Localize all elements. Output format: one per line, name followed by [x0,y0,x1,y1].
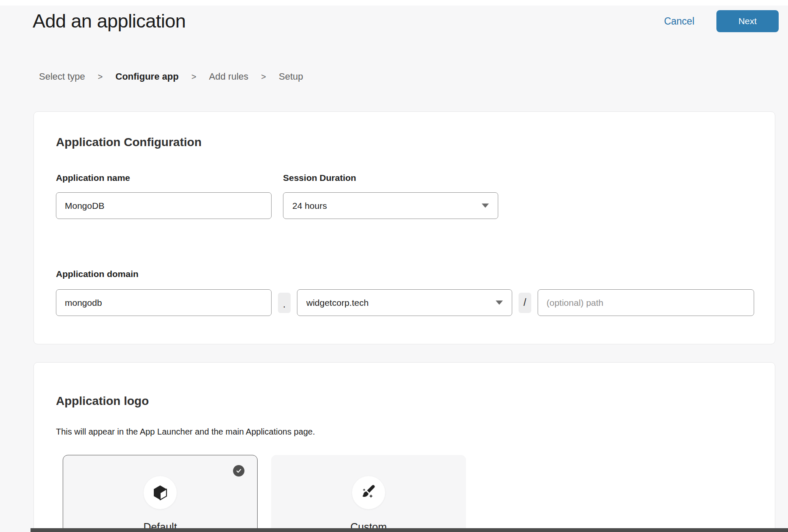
session-duration-value: 24 hours [292,201,327,211]
application-name-input[interactable] [56,192,272,219]
subdomain-input[interactable] [56,289,272,316]
application-configuration-card: Application Configuration Application na… [33,111,775,344]
domain-dot-separator: . [278,293,291,313]
breadcrumb-step-add-rules[interactable]: Add rules [209,71,248,82]
next-button[interactable]: Next [716,10,779,32]
breadcrumb-step-setup[interactable]: Setup [279,71,303,82]
domain-select-value: widgetcorp.tech [306,298,369,308]
logo-option-custom[interactable]: Custom [271,455,466,532]
check-icon [235,467,242,474]
application-logo-card: Application logo This will appear in the… [33,362,775,532]
page-header: Add an application Cancel Next [33,10,779,32]
breadcrumb-step-select-type[interactable]: Select type [39,71,85,82]
session-duration-label: Session Duration [283,173,356,183]
window-top-edge [0,0,788,6]
cancel-button[interactable]: Cancel [664,16,694,27]
path-input[interactable] [538,289,754,316]
logo-card-description: This will appear in the App Launcher and… [56,427,315,437]
chevron-down-icon [482,203,489,208]
application-domain-row: . widgetcorp.tech / [56,289,754,316]
breadcrumb-step-configure-app[interactable]: Configure app [116,71,179,82]
domain-slash-separator: / [519,293,531,313]
breadcrumb-separator: > [261,72,266,82]
logo-option-default[interactable]: Default [63,455,258,532]
domain-select[interactable]: widgetcorp.tech [297,289,512,316]
custom-logo-circle [352,476,385,509]
chevron-down-icon [496,300,503,305]
application-domain-label: Application domain [56,269,139,279]
header-actions: Cancel Next [664,10,779,32]
page-title: Add an application [33,10,186,32]
paintbrush-icon [360,484,377,501]
selected-check-badge [233,465,244,477]
breadcrumb: Select type > Configure app > Add rules … [39,71,303,82]
session-duration-select[interactable]: 24 hours [283,192,498,219]
breadcrumb-separator: > [98,72,103,82]
default-logo-circle [144,476,177,509]
logo-card-title: Application logo [56,394,149,408]
application-name-label: Application name [56,173,130,183]
logo-options: Default Custom [63,455,466,532]
configuration-card-title: Application Configuration [56,136,202,149]
breadcrumb-separator: > [191,72,197,82]
cube-icon [152,484,169,501]
window-bottom-edge [31,528,788,532]
